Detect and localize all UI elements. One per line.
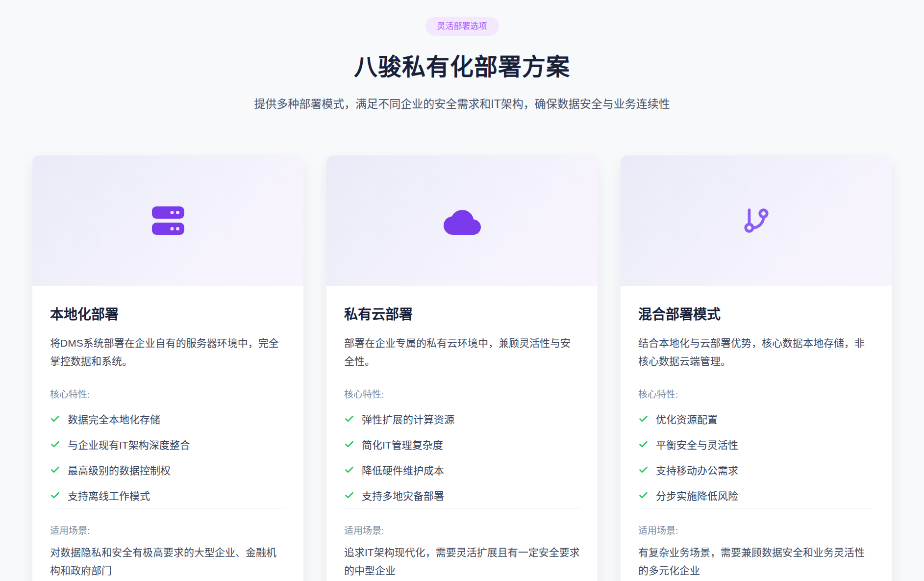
feature-item: 支持多地灾备部署 bbox=[344, 482, 580, 508]
feature-list: 优化资源配置 平衡安全与灵活性 支持移动办公需求 分步实施降低风险 bbox=[638, 406, 874, 508]
feature-item: 降低硬件维护成本 bbox=[344, 457, 580, 482]
scenario-block: 适用场景: 对数据隐私和安全有极高要求的大型企业、金融机构和政府部门 bbox=[50, 508, 286, 580]
check-icon bbox=[638, 439, 649, 450]
check-icon bbox=[344, 439, 354, 450]
deployment-card: 私有云部署 部署在企业专属的私有云环境中，兼顾灵活性与安全性。 核心特性: 弹性… bbox=[326, 155, 598, 581]
feature-item: 弹性扩展的计算资源 bbox=[344, 406, 580, 431]
check-icon bbox=[50, 465, 60, 475]
check-icon bbox=[638, 465, 649, 475]
feature-text: 分步实施降低风险 bbox=[656, 488, 738, 503]
cards: 本地化部署 将DMS系统部署在企业自有的服务器环境中，完全掌控数据和系统。 核心… bbox=[32, 155, 892, 581]
check-icon bbox=[638, 490, 649, 501]
card-hero bbox=[326, 155, 598, 286]
card-title: 私有云部署 bbox=[344, 303, 580, 323]
feature-item: 简化IT管理复杂度 bbox=[344, 431, 580, 457]
check-icon bbox=[344, 490, 354, 501]
card-description: 部署在企业专属的私有云环境中，兼顾灵活性与安全性。 bbox=[344, 334, 580, 370]
features-label: 核心特性: bbox=[638, 387, 874, 400]
deployment-section: 灵活部署选项 八骏私有化部署方案 提供多种部署模式，满足不同企业的安全需求和IT… bbox=[0, 0, 924, 581]
card-description: 结合本地化与云部署优势，核心数据本地存储，非核心数据云端管理。 bbox=[638, 334, 874, 370]
feature-item: 优化资源配置 bbox=[638, 406, 874, 431]
feature-text: 数据完全本地化存储 bbox=[68, 411, 160, 426]
feature-text: 降低硬件维护成本 bbox=[362, 462, 444, 477]
deployment-card: 本地化部署 将DMS系统部署在企业自有的服务器环境中，完全掌控数据和系统。 核心… bbox=[32, 155, 303, 581]
check-icon bbox=[50, 439, 60, 450]
feature-text: 最高级别的数据控制权 bbox=[68, 462, 171, 477]
check-icon bbox=[50, 490, 60, 501]
feature-item: 分步实施降低风险 bbox=[638, 482, 874, 508]
scenario-label: 适用场景: bbox=[638, 523, 874, 536]
server-icon bbox=[152, 206, 184, 235]
feature-item: 数据完全本地化存储 bbox=[50, 406, 286, 431]
card-hero bbox=[32, 155, 303, 286]
section-badge: 灵活部署选项 bbox=[425, 17, 499, 36]
scenario-text: 有复杂业务场景，需要兼顾数据安全和业务灵活性的多元化企业 bbox=[638, 543, 874, 580]
feature-item: 最高级别的数据控制权 bbox=[50, 457, 286, 482]
card-hero bbox=[621, 155, 892, 286]
feature-list: 弹性扩展的计算资源 简化IT管理复杂度 降低硬件维护成本 支持多地灾备部署 bbox=[344, 406, 580, 508]
feature-text: 支持多地灾备部署 bbox=[362, 488, 444, 503]
check-icon bbox=[344, 465, 354, 475]
feature-item: 与企业现有IT架构深度整合 bbox=[50, 431, 286, 457]
card-description: 将DMS系统部署在企业自有的服务器环境中，完全掌控数据和系统。 bbox=[50, 334, 286, 370]
card-body: 私有云部署 部署在企业专属的私有云环境中，兼顾灵活性与安全性。 核心特性: 弹性… bbox=[326, 286, 598, 581]
cloud-icon bbox=[444, 207, 481, 235]
scenario-text: 对数据隐私和安全有极高要求的大型企业、金融机构和政府部门 bbox=[50, 543, 286, 580]
feature-text: 与企业现有IT架构深度整合 bbox=[68, 437, 190, 452]
check-icon bbox=[344, 414, 354, 424]
deployment-card: 混合部署模式 结合本地化与云部署优势，核心数据本地存储，非核心数据云端管理。 核… bbox=[621, 155, 892, 581]
scenario-label: 适用场景: bbox=[344, 523, 580, 536]
badge-container: 灵活部署选项 bbox=[0, 17, 924, 36]
feature-list: 数据完全本地化存储 与企业现有IT架构深度整合 最高级别的数据控制权 支持离 bbox=[50, 406, 286, 508]
feature-text: 弹性扩展的计算资源 bbox=[362, 411, 454, 426]
feature-item: 平衡安全与灵活性 bbox=[638, 431, 874, 457]
features-label: 核心特性: bbox=[344, 387, 580, 400]
page-subtitle: 提供多种部署模式，满足不同企业的安全需求和IT架构，确保数据安全与业务连续性 bbox=[0, 95, 924, 111]
feature-item: 支持移动办公需求 bbox=[638, 457, 874, 482]
check-icon bbox=[638, 414, 649, 424]
scenario-block: 适用场景: 追求IT架构现代化，需要灵活扩展且有一定安全要求的中型企业 bbox=[344, 508, 580, 580]
feature-text: 简化IT管理复杂度 bbox=[362, 437, 443, 452]
page-title: 八骏私有化部署方案 bbox=[0, 48, 924, 82]
card-body: 本地化部署 将DMS系统部署在企业自有的服务器环境中，完全掌控数据和系统。 核心… bbox=[32, 286, 303, 581]
feature-text: 优化资源配置 bbox=[656, 411, 718, 426]
card-body: 混合部署模式 结合本地化与云部署优势，核心数据本地存储，非核心数据云端管理。 核… bbox=[621, 286, 892, 581]
scenario-block: 适用场景: 有复杂业务场景，需要兼顾数据安全和业务灵活性的多元化企业 bbox=[638, 508, 874, 580]
feature-text: 支持离线工作模式 bbox=[68, 488, 150, 503]
scenario-text: 追求IT架构现代化，需要灵活扩展且有一定安全要求的中型企业 bbox=[344, 543, 580, 580]
features-label: 核心特性: bbox=[50, 387, 286, 400]
check-icon bbox=[50, 414, 60, 424]
card-title: 混合部署模式 bbox=[638, 303, 874, 323]
feature-text: 平衡安全与灵活性 bbox=[656, 437, 738, 452]
card-title: 本地化部署 bbox=[50, 303, 286, 323]
scenario-label: 适用场景: bbox=[50, 523, 286, 536]
git-branch-icon bbox=[742, 205, 771, 236]
feature-text: 支持移动办公需求 bbox=[656, 462, 738, 477]
feature-item: 支持离线工作模式 bbox=[50, 482, 286, 508]
